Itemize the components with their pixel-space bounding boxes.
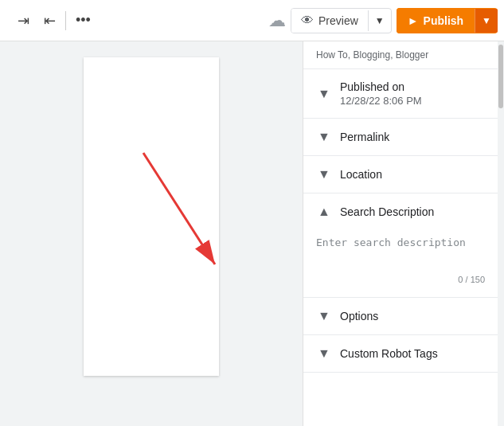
publish-button-group: ► Publish ▼: [397, 8, 498, 33]
sidebar-tags: How To, Blogging, Blogger: [303, 41, 498, 69]
search-description-input[interactable]: [316, 236, 485, 268]
editor-area: [0, 41, 303, 426]
scrollbar-thumb[interactable]: [498, 45, 503, 108]
more-icon: •••: [76, 12, 91, 29]
published-on-content: Published on 12/28/22 8:06 PM: [340, 80, 422, 107]
search-description-label: Search Description: [340, 205, 434, 218]
preview-main-button[interactable]: 👁 Preview: [291, 9, 368, 33]
location-chevron-icon: ▼: [316, 167, 332, 182]
options-label: Options: [340, 310, 378, 322]
search-description-chevron-icon: ▲: [316, 205, 332, 219]
toolbar-left: ⇥ ⇤ •••: [6, 9, 96, 33]
search-description-header[interactable]: ▲ Search Description: [303, 193, 498, 230]
permalink-header[interactable]: ▼ Permalink: [303, 119, 498, 155]
toolbar-divider: [65, 11, 66, 30]
published-on-chevron-icon: ▼: [316, 87, 332, 101]
tags-text: How To, Blogging, Blogger: [316, 49, 428, 61]
chevron-down-icon: ▼: [375, 15, 385, 26]
preview-button-group: 👁 Preview ▼: [291, 8, 392, 33]
publish-dropdown-button[interactable]: ▼: [475, 9, 498, 33]
publish-label: Publish: [424, 14, 464, 27]
custom-robot-tags-chevron-icon: ▼: [316, 346, 332, 361]
published-on-label: Published on: [340, 80, 422, 93]
location-header[interactable]: ▼ Location: [303, 156, 498, 193]
scrollbar-track[interactable]: [498, 41, 504, 426]
custom-robot-tags-label: Custom Robot Tags: [340, 347, 438, 360]
eye-icon: 👁: [301, 14, 314, 28]
indent-button[interactable]: ⇥: [13, 9, 34, 33]
preview-label: Preview: [318, 14, 358, 27]
outdent-button[interactable]: ⇤: [39, 9, 61, 33]
indent-icon: ⇥: [18, 12, 29, 29]
published-on-header[interactable]: ▼ Published on 12/28/22 8:06 PM: [303, 69, 498, 118]
content-wrapper: How To, Blogging, Blogger ▼ Published on…: [0, 41, 504, 426]
options-header[interactable]: ▼ Options: [303, 298, 498, 334]
location-section: ▼ Location: [303, 156, 498, 193]
location-label: Location: [340, 168, 382, 181]
preview-dropdown-button[interactable]: ▼: [368, 10, 391, 31]
publish-main-button[interactable]: ► Publish: [397, 8, 475, 33]
outdent-icon: ⇤: [44, 12, 56, 29]
toolbar: ⇥ ⇤ ••• ☁ 👁 Preview ▼ ► Publish ▼: [0, 0, 504, 41]
search-description-content: 0 / 150: [303, 230, 498, 297]
more-options-button[interactable]: •••: [71, 9, 96, 32]
published-on-section: ▼ Published on 12/28/22 8:06 PM: [303, 69, 498, 119]
permalink-chevron-icon: ▼: [316, 130, 332, 144]
options-section: ▼ Options: [303, 298, 498, 335]
publish-chevron-icon: ▼: [482, 15, 491, 26]
permalink-section: ▼ Permalink: [303, 119, 498, 156]
custom-robot-tags-header[interactable]: ▼ Custom Robot Tags: [303, 335, 498, 372]
options-chevron-icon: ▼: [316, 309, 332, 323]
editor-canvas[interactable]: [84, 57, 219, 376]
search-description-section: ▲ Search Description 0 / 150: [303, 193, 498, 298]
char-count: 0 / 150: [316, 275, 485, 284]
custom-robot-tags-section: ▼ Custom Robot Tags: [303, 335, 498, 373]
published-on-date: 12/28/22 8:06 PM: [340, 95, 422, 107]
sidebar: How To, Blogging, Blogger ▼ Published on…: [303, 41, 498, 426]
publish-play-icon: ►: [408, 14, 419, 27]
permalink-label: Permalink: [340, 131, 389, 143]
autosave-icon: ☁: [268, 10, 286, 31]
